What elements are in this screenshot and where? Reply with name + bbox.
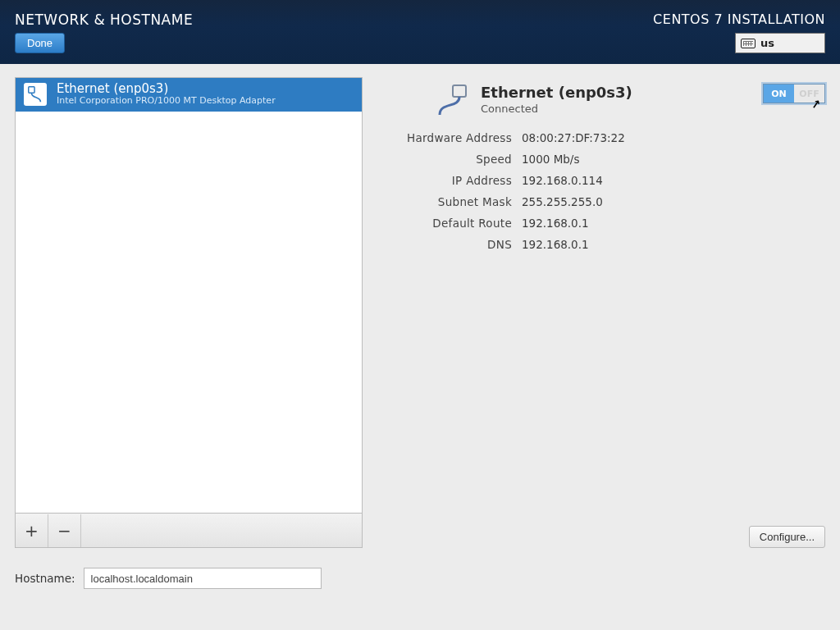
page-body: Ethernet (enp0s3) Intel Corporation PRO/… [0, 64, 840, 630]
remove-interface-button[interactable]: − [48, 514, 81, 547]
hostname-label: Hostname: [15, 572, 75, 585]
hostname-row: Hostname: [15, 568, 825, 589]
svg-rect-1 [453, 85, 466, 97]
gw-label: Default Route [381, 217, 512, 230]
dns-value: 192.168.0.1 [522, 238, 825, 251]
hostname-input[interactable] [84, 568, 322, 589]
hw-label: Hardware Address [381, 131, 512, 144]
svg-rect-0 [29, 87, 34, 93]
interface-name: Ethernet (enp0s3) [57, 82, 276, 96]
gw-value: 192.168.0.1 [522, 217, 825, 230]
cursor-icon: ↖ [810, 97, 822, 112]
done-button[interactable]: Done [15, 33, 65, 53]
toggle-on-label: ON [764, 84, 794, 103]
interface-desc: Intel Corporation PRO/1000 MT Desktop Ad… [57, 96, 276, 107]
connection-toggle[interactable]: ON OFF ↖ [763, 84, 825, 103]
dns-label: DNS [381, 238, 512, 251]
speed-label: Speed [381, 153, 512, 166]
device-status: Connected [481, 103, 632, 115]
ethernet-large-icon [433, 84, 471, 116]
install-title: CENTOS 7 INSTALLATION [653, 11, 825, 27]
mask-value: 255.255.255.0 [522, 195, 825, 208]
ip-value: 192.168.0.114 [522, 174, 825, 187]
toggle-off-label: OFF ↖ [794, 84, 824, 103]
device-properties: Hardware Address 08:00:27:DF:73:22 Speed… [381, 131, 825, 251]
list-toolbar: + − [16, 513, 362, 547]
ip-label: IP Address [381, 174, 512, 187]
interface-list: Ethernet (enp0s3) Intel Corporation PRO/… [15, 77, 363, 548]
ethernet-icon [24, 83, 47, 106]
hw-value: 08:00:27:DF:73:22 [522, 131, 825, 144]
speed-value: 1000 Mb/s [522, 153, 825, 166]
mask-label: Subnet Mask [381, 195, 512, 208]
configure-button[interactable]: Configure... [749, 526, 825, 548]
list-spacer [16, 112, 362, 513]
device-title: Ethernet (enp0s3) [481, 84, 632, 101]
keyboard-layout-label: us [760, 37, 774, 49]
interface-row[interactable]: Ethernet (enp0s3) Intel Corporation PRO/… [16, 78, 362, 112]
keyboard-icon [741, 39, 756, 48]
keyboard-layout-selector[interactable]: us [735, 33, 825, 53]
top-banner: NETWORK & HOSTNAME CENTOS 7 INSTALLATION… [0, 0, 840, 64]
add-interface-button[interactable]: + [16, 514, 48, 547]
details-panel: Ethernet (enp0s3) Connected ON OFF ↖ Har… [381, 77, 825, 548]
